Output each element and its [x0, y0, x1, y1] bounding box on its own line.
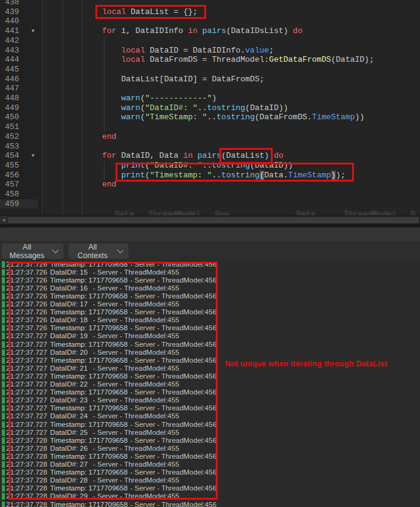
- log-message: Timestamp: 1717709658: [50, 276, 128, 284]
- code-token: Data.: [264, 171, 288, 180]
- log-source: - Server - ThreadModel:455: [93, 445, 179, 453]
- log-time: 21:27:37.728: [6, 468, 47, 476]
- output-row[interactable]: 21:27:37.727DataID#: 19- Server - Thread…: [0, 332, 420, 340]
- output-row[interactable]: 21:27:37.728DataID#: 26- Server - Thread…: [0, 445, 420, 453]
- log-time: 21:27:37.726: [6, 308, 47, 316]
- code-line[interactable]: local DataFromDS = ThreadModel:GetDataFr…: [102, 55, 374, 65]
- output-row[interactable]: 21:27:37.728Timestamp: 1717709658- Serve…: [0, 453, 420, 461]
- output-row[interactable]: 21:27:37.726Timestamp: 1717709658- Serve…: [0, 292, 420, 300]
- output-row[interactable]: 21:27:37.727Timestamp: 1717709658- Serve…: [0, 421, 420, 429]
- log-source: - Server - ThreadModel:455: [93, 332, 179, 340]
- code-line[interactable]: warn("TimeStamp: "..tostring(DataFromDS.…: [102, 113, 364, 122]
- output-row[interactable]: 21:27:37.728Timestamp: 1717709658- Serve…: [0, 437, 420, 445]
- code-token: end: [102, 180, 116, 189]
- output-row[interactable]: 21:27:37.728DataID#: 27- Server - Thread…: [0, 461, 420, 468]
- code-token: [197, 26, 202, 35]
- output-row[interactable]: 21:27:37.728Timestamp: 1717709658- Serve…: [0, 501, 420, 507]
- line-number: 445: [5, 65, 19, 75]
- output-row[interactable]: 21:27:37.728DataID#: 28- Server - Thread…: [0, 476, 420, 484]
- code-token: for: [102, 26, 116, 35]
- code-line[interactable]: local DataList = {};: [102, 7, 197, 17]
- log-source: - Server - ThreadModel:456: [130, 308, 216, 316]
- log-level-indicator: [2, 477, 5, 484]
- log-source: - Server - ThreadModel:455: [93, 380, 179, 388]
- code-line[interactable]: for i, DataIDInfo in pairs(DataIDsList) …: [102, 26, 303, 36]
- code-token: DataID, Data: [116, 151, 183, 160]
- log-time: 21:27:37.726: [6, 261, 47, 268]
- code-line[interactable]: local DataID = DataIDInfo.value;: [102, 46, 274, 56]
- code-token: (DataList): [221, 151, 274, 160]
- log-source: - Server - ThreadModel:455: [93, 284, 179, 292]
- line-number: 459: [5, 199, 19, 209]
- line-number: 441: [5, 26, 19, 36]
- fold-collapse-arrow-icon[interactable]: ▼: [31, 26, 35, 36]
- code-line[interactable]: warn("------------"): [102, 94, 216, 103]
- log-time: 21:27:37.726: [6, 292, 47, 300]
- output-row[interactable]: 21:27:37.727DataID#: 23- Server - Thread…: [0, 396, 420, 404]
- output-row[interactable]: 21:27:37.727DataID#: 20- Server - Thread…: [0, 349, 420, 357]
- log-message: Timestamp: 1717709658: [50, 404, 128, 412]
- code-token: ..: [202, 161, 212, 170]
- output-row[interactable]: 21:27:37.726DataID#: 18- Server - Thread…: [0, 316, 420, 324]
- output-row[interactable]: 21:27:37.728Timestamp: 1717709658- Serve…: [0, 468, 420, 476]
- code-token: ;: [269, 46, 274, 55]
- log-message: DataID#: 29: [50, 492, 87, 500]
- output-row[interactable]: 21:27:37.727Timestamp: 1717709658- Serve…: [0, 404, 420, 412]
- output-row[interactable]: 21:27:37.726DataID#: 15- Server - Thread…: [0, 268, 420, 276]
- output-row[interactable]: 21:27:37.727DataID#: 22- Server - Thread…: [0, 380, 420, 388]
- code-line[interactable]: for DataID, Data in pairs(DataList) do: [102, 151, 284, 161]
- editor-horizontal-scrollbar[interactable]: ◄: [0, 215, 420, 224]
- output-row[interactable]: 21:27:37.726DataID#: 16- Server - Thread…: [0, 284, 420, 292]
- code-token: in: [183, 151, 193, 160]
- scrollbar-thumb[interactable]: [8, 217, 419, 223]
- output-row[interactable]: 21:27:37.727Timestamp: 1717709658- Serve…: [0, 341, 420, 349]
- output-row[interactable]: 21:27:37.728DataID#: 29- Server - Thread…: [0, 492, 420, 500]
- log-time: 21:27:37.727: [6, 429, 47, 437]
- code-token: value: [245, 46, 269, 55]
- output-row[interactable]: 21:27:37.726DataID#: 17- Server - Thread…: [0, 300, 420, 308]
- output-row[interactable]: 21:27:37.728Timestamp: 1717709658- Serve…: [0, 484, 420, 492]
- log-level-indicator: [2, 269, 5, 276]
- output-row[interactable]: 21:27:37.726Timestamp: 1717709658- Serve…: [0, 324, 420, 332]
- code-line[interactable]: DataList[DataID] = DataFromDS;: [102, 75, 264, 84]
- log-level-indicator: [2, 461, 5, 468]
- code-line[interactable]: warn("DataID#: "..tostring(DataID)): [102, 103, 288, 113]
- code-line[interactable]: print("Timestamp: "..tostring(Data.TimeS…: [102, 171, 345, 180]
- line-number: 457: [5, 180, 19, 190]
- scroll-left-arrow-icon[interactable]: ◄: [0, 216, 7, 224]
- output-row[interactable]: 21:27:37.726Timestamp: 1717709658- Serve…: [0, 276, 420, 284]
- code-token: pairs: [197, 151, 221, 160]
- code-token: (DataID)): [250, 161, 293, 170]
- code-token: pairs: [202, 26, 226, 35]
- log-source: - Server - ThreadModel:455: [93, 412, 179, 420]
- code-token: TimeStamp: [312, 113, 355, 122]
- code-token: ..: [207, 113, 217, 122]
- code-line[interactable]: print("DataID#: "..tostring(DataID)): [102, 161, 293, 171]
- log-time: 21:27:37.727: [6, 404, 47, 412]
- output-row[interactable]: 21:27:37.727DataID#: 24- Server - Thread…: [0, 412, 420, 420]
- all-contexts-dropdown[interactable]: All Contexts: [68, 243, 128, 259]
- log-level-indicator: [2, 365, 5, 372]
- log-message: Timestamp: 1717709658: [50, 357, 128, 365]
- all-messages-dropdown[interactable]: All Messages: [2, 243, 64, 259]
- log-time: 21:27:37.727: [6, 341, 47, 349]
- log-time: 21:27:37.727: [6, 349, 47, 357]
- code-token: [102, 113, 121, 122]
- output-row[interactable]: 21:27:37.727DataID#: 25- Server - Thread…: [0, 429, 420, 437]
- code-line[interactable]: end: [102, 132, 116, 142]
- log-time: 21:27:37.727: [6, 412, 47, 420]
- fold-collapse-arrow-icon[interactable]: ▼: [31, 151, 35, 161]
- log-message: Timestamp: 1717709658: [50, 484, 128, 492]
- log-message: Timestamp: 1717709658: [50, 501, 128, 507]
- log-time: 21:27:37.728: [6, 501, 47, 507]
- code-line[interactable]: end: [102, 180, 116, 190]
- line-number: 456: [5, 171, 19, 180]
- log-message: DataID#: 23: [50, 396, 87, 404]
- output-row[interactable]: 21:27:37.726Timestamp: 1717709658- Serve…: [0, 261, 420, 268]
- all-messages-label: All Messages: [8, 243, 46, 260]
- code-token: i, DataIDInfo: [116, 26, 188, 35]
- output-row[interactable]: 21:27:37.727Timestamp: 1717709658- Serve…: [0, 388, 420, 396]
- output-row[interactable]: 21:27:37.727Timestamp: 1717709658- Serve…: [0, 372, 420, 380]
- log-level-indicator: [2, 317, 5, 324]
- output-row[interactable]: 21:27:37.726Timestamp: 1717709658- Serve…: [0, 308, 420, 316]
